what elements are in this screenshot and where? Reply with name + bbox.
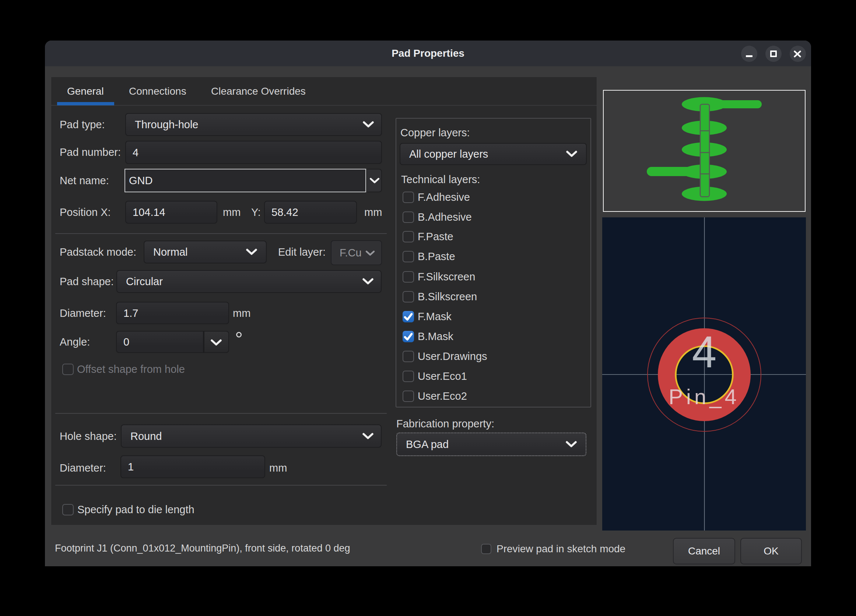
svg-text:Pin_4: Pin_4: [668, 385, 740, 408]
svg-text:4: 4: [692, 327, 717, 377]
